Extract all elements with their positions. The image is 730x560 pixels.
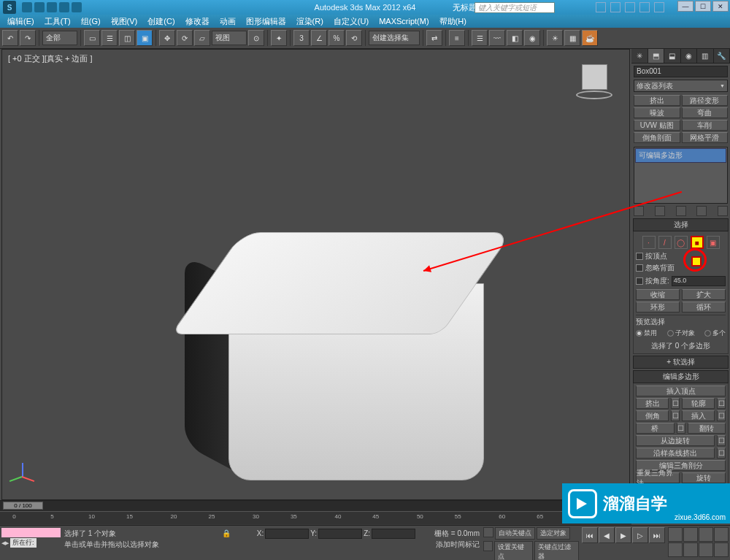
hierarchy-tab-icon[interactable]: ⬓ bbox=[664, 49, 681, 63]
help-icon[interactable] bbox=[654, 2, 664, 12]
layers-button[interactable]: ☰ bbox=[472, 30, 488, 46]
rollout-title-soft[interactable]: + 软选择 bbox=[633, 356, 729, 369]
key-icon[interactable] bbox=[483, 527, 493, 537]
select-manipulate-button[interactable]: ✦ bbox=[271, 30, 287, 46]
zoom-button[interactable] bbox=[668, 527, 683, 542]
fov-button[interactable] bbox=[668, 542, 683, 557]
stack-item-editable-poly[interactable]: 可编辑多边形 bbox=[635, 148, 726, 163]
prev-frame-button[interactable]: ◀ bbox=[599, 527, 615, 543]
search-icon[interactable] bbox=[596, 2, 606, 12]
bevel-settings-icon[interactable]: ☐ bbox=[671, 410, 680, 421]
configure-sets-icon[interactable] bbox=[718, 206, 728, 216]
selection-filter-dropdown[interactable]: 全部 bbox=[42, 31, 77, 45]
named-selection-dropdown[interactable]: 创建选择集 bbox=[369, 31, 420, 45]
timeline-ruler[interactable]: 0 5 10 15 20 25 30 35 40 45 50 55 60 65 … bbox=[0, 511, 631, 524]
hinge-settings-icon[interactable]: ☐ bbox=[717, 435, 726, 446]
menu-views[interactable]: 视图(V) bbox=[107, 16, 142, 27]
zoom-extents-all-button[interactable] bbox=[714, 527, 729, 542]
use-center-button[interactable]: ⊙ bbox=[248, 30, 264, 46]
select-by-name-button[interactable]: ☰ bbox=[101, 30, 118, 46]
create-tab-icon[interactable]: ✳ bbox=[631, 49, 648, 63]
select-region-button[interactable]: ◫ bbox=[119, 30, 135, 46]
edge-mode-icon[interactable]: / bbox=[658, 236, 672, 249]
lock-icon[interactable]: 🔒 bbox=[222, 529, 231, 537]
minimize-button[interactable]: — bbox=[677, 1, 694, 12]
loop-button[interactable]: 循环 bbox=[682, 302, 726, 312]
qat-btn[interactable] bbox=[34, 2, 45, 12]
pin-stack-icon[interactable] bbox=[634, 206, 644, 216]
element-mode-icon[interactable]: ▣ bbox=[707, 236, 720, 249]
rollout-title-editpoly[interactable]: 编辑多边形 bbox=[633, 370, 729, 383]
percent-snap-button[interactable]: % bbox=[328, 30, 345, 46]
modifier-stack[interactable]: 可编辑多边形 bbox=[634, 147, 728, 204]
mod-meshsmooth[interactable]: 网格平滑 bbox=[682, 132, 729, 143]
utilities-tab-icon[interactable]: 🔧 bbox=[714, 49, 731, 63]
time-slider-thumb[interactable]: 0 / 100 bbox=[3, 502, 43, 510]
z-coord-input[interactable] bbox=[372, 529, 415, 539]
mod-extrude[interactable]: 挤出 bbox=[634, 95, 680, 106]
menu-rendering[interactable]: 渲染(R) bbox=[292, 16, 328, 27]
set-key-button[interactable]: 设置关键点 bbox=[494, 541, 533, 560]
zoom-extents-button[interactable] bbox=[699, 527, 713, 542]
undo-button[interactable]: ↶ bbox=[2, 30, 18, 46]
bevel-button[interactable]: 倒角 bbox=[636, 410, 669, 421]
app-logo-icon[interactable]: S bbox=[3, 1, 16, 14]
extrude-spline-button[interactable]: 沿样条线挤出 bbox=[636, 448, 715, 459]
flip-button[interactable]: 翻转 bbox=[688, 423, 726, 434]
vertex-mode-icon[interactable]: · bbox=[642, 236, 656, 249]
mod-uvwmap[interactable]: UVW 贴图 bbox=[634, 120, 680, 131]
help-search-input[interactable]: 键入关键字或短语 bbox=[474, 2, 555, 13]
preview-subobj-radio[interactable]: 子对象 bbox=[667, 329, 695, 338]
favorites-icon[interactable] bbox=[639, 2, 650, 12]
material-editor-button[interactable]: ◉ bbox=[524, 30, 540, 46]
select-rotate-button[interactable]: ⟳ bbox=[177, 30, 193, 46]
time-slider[interactable]: 0 / 100 bbox=[0, 501, 631, 511]
menu-customize[interactable]: 自定义(U) bbox=[329, 16, 373, 27]
remove-mod-icon[interactable] bbox=[696, 206, 707, 216]
exchange-icon[interactable] bbox=[625, 2, 635, 12]
curve-editor-button[interactable]: 〰 bbox=[489, 30, 505, 46]
by-vertex-checkbox[interactable]: 按顶点 bbox=[636, 251, 726, 261]
redo-button[interactable]: ↷ bbox=[20, 30, 36, 46]
qat-btn[interactable] bbox=[59, 2, 69, 12]
display-tab-icon[interactable]: ▥ bbox=[697, 49, 714, 63]
spinner-snap-button[interactable]: ⟲ bbox=[346, 30, 362, 46]
menu-grapheditors[interactable]: 图形编辑器 bbox=[242, 16, 291, 27]
next-frame-button[interactable]: ▷ bbox=[632, 527, 648, 543]
preview-off-radio[interactable]: 禁用 bbox=[636, 329, 657, 338]
border-mode-icon[interactable]: ◯ bbox=[675, 236, 688, 249]
extrude-button[interactable]: 挤出 bbox=[636, 398, 669, 409]
render-button[interactable]: ☕ bbox=[582, 30, 598, 46]
viewcube-ring[interactable] bbox=[576, 91, 612, 99]
ref-coord-dropdown[interactable]: 视图 bbox=[212, 31, 247, 45]
subscription-icon[interactable] bbox=[610, 2, 620, 12]
render-setup-button[interactable]: ☀ bbox=[547, 30, 563, 46]
angle-spinner[interactable]: 45.0 bbox=[672, 276, 726, 286]
selection-filter[interactable]: 选定对象 bbox=[537, 527, 570, 540]
turn-button[interactable]: 旋转 bbox=[682, 472, 726, 483]
bridge-button[interactable]: 桥 bbox=[636, 423, 675, 434]
x-coord-input[interactable] bbox=[265, 529, 309, 539]
select-move-button[interactable]: ✥ bbox=[159, 30, 175, 46]
menu-edit[interactable]: 编辑(E) bbox=[3, 16, 39, 27]
menu-maxscript[interactable]: MAXScript(M) bbox=[374, 17, 433, 26]
mod-lathe[interactable]: 车削 bbox=[682, 120, 729, 131]
key-filters-button[interactable]: 关键点过滤器 bbox=[534, 541, 579, 560]
angle-snap-button[interactable]: ∠ bbox=[311, 30, 327, 46]
preview-multi-radio[interactable]: 多个 bbox=[704, 329, 726, 338]
mod-noise[interactable]: 噪波 bbox=[634, 107, 680, 118]
show-end-result-icon[interactable] bbox=[655, 206, 665, 216]
retri-button[interactable]: 重复三角算法 bbox=[636, 472, 680, 483]
motion-tab-icon[interactable]: ◉ bbox=[681, 49, 698, 63]
qat-btn[interactable] bbox=[47, 2, 57, 12]
play-button[interactable]: ▶ bbox=[615, 527, 631, 543]
bridge-settings-icon[interactable]: ☐ bbox=[677, 423, 685, 434]
goto-end-button[interactable]: ⏭ bbox=[649, 527, 665, 543]
mod-pathdeform[interactable]: 路径变形 bbox=[682, 95, 729, 106]
object-name-input[interactable]: Box001 bbox=[634, 66, 728, 77]
rollout-title[interactable]: 选择 bbox=[633, 218, 729, 231]
select-scale-button[interactable]: ▱ bbox=[194, 30, 210, 46]
zoom-all-button[interactable] bbox=[683, 527, 698, 542]
menu-help[interactable]: 帮助(H) bbox=[435, 16, 471, 27]
hinge-button[interactable]: 从边旋转 bbox=[636, 435, 715, 446]
